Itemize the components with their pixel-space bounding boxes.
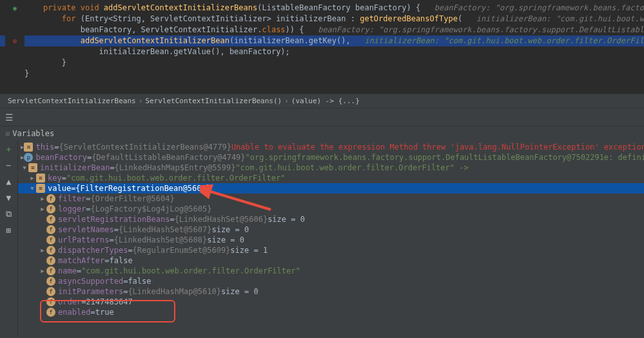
var-row-filter[interactable]: f filter = {OrderFilter@5604} [18, 194, 644, 204]
var-name: servletNames [58, 224, 114, 235]
var-equals: = [123, 286, 128, 297]
var-value: {LinkedHashMap@5610} [128, 286, 221, 297]
breakpoint-gutter-icon[interactable]: ⊘ [13, 37, 17, 45]
inline-hint: initializerBean: "com.git.hui.boot.web.o… [364, 36, 644, 45]
code-brace: } [43, 58, 66, 67]
code-text: (ListableBeanFactory beanFactory) { [257, 3, 434, 12]
collapse-arrow-icon[interactable] [28, 183, 36, 194]
field-icon: f [46, 225, 55, 234]
code-text: beanFactory, ServletContextInitializer. [24, 25, 262, 34]
code-text: initializerBean.getValue(), beanFactory)… [24, 47, 290, 56]
var-equals: = [81, 297, 86, 307]
var-equals: = [77, 266, 81, 276]
var-name: servletRegistrationBeans [58, 214, 170, 224]
var-row-value[interactable]: ≡ value = {FilterRegistrationBean@5601} [18, 183, 644, 194]
var-name: filter [58, 194, 86, 204]
var-row-initparameters[interactable]: f initParameters = {LinkedHashMap@5610} … [18, 286, 644, 297]
var-name: order [58, 297, 81, 307]
var-size: size = 0 [268, 214, 305, 224]
var-row-servletregistrationbeans[interactable]: f servletRegistrationBeans = {LinkedHash… [18, 214, 644, 224]
breadcrumb-item[interactable]: ServletContextInitializerBeans [8, 97, 136, 105]
var-name: this [35, 142, 54, 152]
expand-arrow-icon[interactable] [39, 204, 46, 214]
var-row-order[interactable]: f order = 2147483647 [18, 297, 644, 307]
var-name: initializerBean [40, 163, 110, 173]
object-icon: ≡ [24, 143, 33, 152]
expand-arrow-icon[interactable] [39, 245, 46, 255]
var-value: {OrderFilter@5604} [91, 194, 175, 204]
var-name: asyncSupported [58, 276, 123, 286]
add-watch-icon[interactable]: + [6, 144, 12, 154]
var-row-dispatchertypes[interactable]: f dispatcherTypes = {RegularEnumSet@5609… [18, 245, 644, 255]
var-value: "com.git.hui.boot.web.order.filter.Order… [66, 173, 286, 183]
var-row-key[interactable]: ≡ key = "com.git.hui.boot.web.order.filt… [18, 173, 644, 183]
inline-hint: initializerBean: "com.git.hui.boot.web.o… [476, 14, 644, 23]
object-icon: ≡ [28, 163, 37, 172]
param-icon: p [24, 153, 33, 162]
var-string: "org.springframework.beans.factory.suppo… [246, 152, 644, 163]
copy-icon[interactable]: ⧉ [6, 209, 12, 219]
var-name: dispatcherTypes [58, 245, 128, 255]
settings-icon[interactable]: ☰ [5, 112, 14, 123]
var-row-name[interactable]: f name = "com.git.hui.boot.web.order.fil… [18, 266, 644, 276]
var-value: false [109, 255, 132, 266]
var-row-enabled[interactable]: f enabled = true [18, 307, 644, 317]
var-string: "com.git.hui.boot.web.order.filter.Order… [235, 163, 468, 173]
breadcrumb-item[interactable]: ServletContextInitializerBeans() [145, 97, 282, 105]
remove-icon[interactable]: − [6, 161, 12, 170]
var-name: matchAfter [58, 255, 104, 266]
code-text: (Entry<String, ServletContextInitializer… [75, 14, 360, 23]
var-row-servletnames[interactable]: f servletNames = {LinkedHashSet@5607} si… [18, 224, 644, 235]
var-row-matchafter[interactable]: f matchAfter = false [18, 255, 644, 266]
var-name: beanFactory [35, 152, 86, 163]
var-row-urlpatterns[interactable]: f urlPatterns = {LinkedHashSet@5608} siz… [18, 235, 644, 245]
var-equals: = [71, 183, 75, 194]
var-value: 2147483647 [86, 297, 132, 307]
var-error: Unable to evaluate the expression Method… [231, 142, 644, 152]
debugger-panel: ☰ ≡ Variables + − ▲ ▼ ⧉ ⊞ ≡ this = {Serv… [0, 108, 644, 338]
var-value: {FilterRegistrationBean@5601} [75, 183, 211, 194]
var-equals: = [86, 194, 90, 204]
var-size: size = 1 [230, 245, 268, 255]
var-row-asyncsupported[interactable]: f asyncSupported = false [18, 276, 644, 286]
field-icon: f [46, 215, 55, 224]
variables-header[interactable]: ≡ Variables [0, 126, 644, 141]
field-icon: f [46, 256, 55, 265]
var-row-initializerbean[interactable]: ≡ initializerBean = {LinkedHashMap$Entry… [18, 163, 644, 173]
expand-arrow-icon[interactable] [28, 173, 36, 183]
var-value: true [95, 307, 114, 317]
var-row-beanfactory[interactable]: p beanFactory = {DefaultListableBeanFact… [18, 152, 644, 163]
down-icon[interactable]: ▼ [6, 193, 12, 203]
expand-icon[interactable]: ⊞ [6, 226, 12, 235]
breadcrumb[interactable]: ServletContextInitializerBeans › Servlet… [0, 94, 644, 108]
var-value: false [128, 276, 151, 286]
expand-arrow-icon[interactable] [39, 194, 46, 204]
override-gutter-icon[interactable]: ◉ [13, 5, 17, 12]
breadcrumb-item[interactable]: (value) -> {...} [291, 97, 360, 105]
code-editor[interactable]: ◉ private void addServletContextInitiali… [0, 0, 644, 94]
variables-icon: ≡ [5, 129, 10, 138]
field-icon: f [46, 246, 55, 255]
code-text: )) { [286, 25, 318, 34]
var-equals: = [104, 255, 109, 266]
variables-tree[interactable]: ≡ this = {ServletContextInitializerBeans… [18, 141, 644, 319]
var-row-logger[interactable]: f logger = {LogFactory$Log4jLog@5605} [18, 204, 644, 214]
chevron-right-icon: › [284, 97, 289, 105]
var-row-this[interactable]: ≡ this = {ServletContextInitializerBeans… [18, 142, 644, 152]
collapse-arrow-icon[interactable] [21, 163, 28, 173]
var-equals: = [87, 152, 92, 163]
var-name: key [48, 173, 62, 183]
var-equals: = [128, 245, 132, 255]
code-method: addServletContextInitializerBeans [99, 3, 258, 12]
var-value: {LinkedHashSet@5607} [119, 224, 212, 235]
chevron-right-icon: › [139, 97, 143, 105]
inline-hint: beanFactory: "org.springframework.beans.… [318, 25, 644, 34]
code-keyword: class [262, 25, 285, 34]
var-value: {ServletContextInitializerBeans@4779} [59, 142, 231, 152]
var-value: "com.git.hui.boot.web.order.filter.Order… [81, 266, 300, 276]
object-icon: ≡ [36, 184, 45, 193]
expand-arrow-icon[interactable] [39, 266, 46, 276]
field-icon: f [46, 308, 55, 317]
field-icon: f [46, 277, 55, 286]
up-icon[interactable]: ▲ [6, 177, 12, 186]
